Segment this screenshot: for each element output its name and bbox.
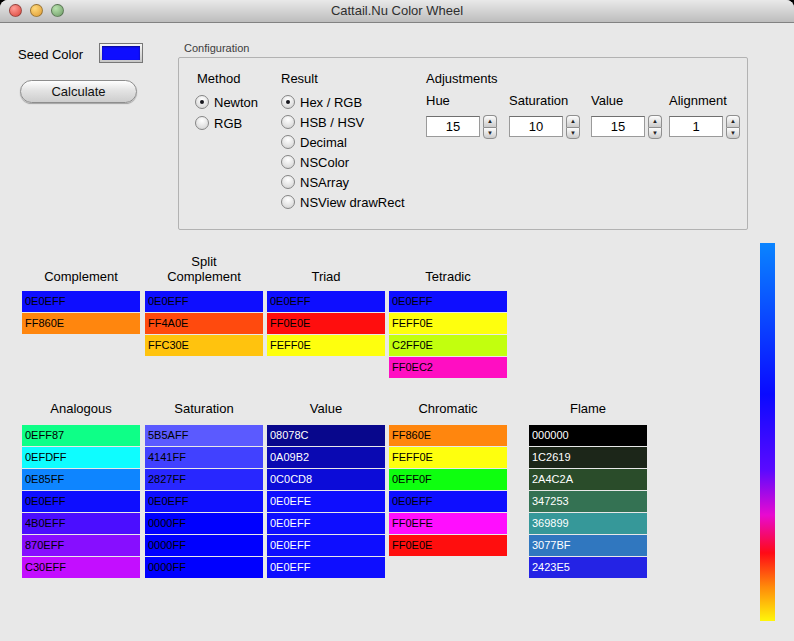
hue-stepper: ▲▼	[483, 115, 497, 139]
palette-group-title-text: Flame	[570, 401, 606, 416]
alignment-stepper-down-icon[interactable]: ▼	[726, 127, 740, 139]
color-swatch: FFC30E	[145, 335, 263, 356]
method-column-label: Method	[197, 71, 240, 86]
radio-label: HSB / HSV	[300, 115, 364, 130]
color-swatch: 2A4C2A	[529, 469, 647, 490]
radio-label: Decimal	[300, 135, 347, 150]
title-bar[interactable]: Cattail.Nu Color Wheel	[0, 0, 794, 23]
color-swatch: 1C2619	[529, 447, 647, 468]
palette-group-title-text: Split Complement	[158, 254, 250, 284]
color-swatch: 0E0EFF	[22, 291, 140, 312]
color-swatch: C2FF0E	[389, 335, 507, 356]
color-swatch: 0E0EFF	[267, 535, 385, 556]
color-swatch: 0E0EFF	[145, 291, 263, 312]
seed-color-label: Seed Color	[18, 47, 83, 62]
color-swatch: 870EFF	[22, 535, 140, 556]
alignment-label: Alignment	[669, 93, 727, 108]
color-swatch: 0E0EFF	[267, 291, 385, 312]
color-swatch: 0E85FF	[22, 469, 140, 490]
color-swatch: FEFF0E	[389, 447, 507, 468]
value-input[interactable]	[591, 116, 645, 137]
value-stepper: ▲▼	[648, 115, 662, 139]
palette-group-triad: Triad0E0EFFFF0E0EFEFF0E	[267, 250, 385, 357]
color-swatch: 000000	[529, 425, 647, 446]
color-swatch: 5B5AFF	[145, 425, 263, 446]
color-swatch: 4141FF	[145, 447, 263, 468]
radio-result-decimal[interactable]: Decimal	[281, 134, 405, 150]
radio-result-nscolor[interactable]: NSColor	[281, 154, 405, 170]
color-swatch: FF0E0E	[389, 535, 507, 556]
radio-method-rgb[interactable]: RGB	[195, 115, 258, 131]
radio-label: Newton	[214, 95, 258, 110]
palette-group-title: Saturation	[145, 392, 263, 416]
radio-icon	[281, 195, 295, 209]
adjustments-column-label: Adjustments	[426, 71, 498, 86]
color-swatch: FF0EC2	[389, 357, 507, 378]
color-swatch: 0E0EFE	[267, 491, 385, 512]
color-swatch: FF0E0E	[267, 313, 385, 334]
alignment-input[interactable]	[669, 116, 723, 137]
radio-result-hsb-hsv[interactable]: HSB / HSV	[281, 114, 405, 130]
color-swatch: 0EFF0F	[389, 469, 507, 490]
radio-result-hex-rgb[interactable]: Hex / RGB	[281, 94, 405, 110]
calculate-button[interactable]: Calculate	[20, 80, 137, 103]
color-swatch: 0E0EFF	[267, 513, 385, 534]
value-label: Value	[591, 93, 623, 108]
hue-input[interactable]	[426, 116, 480, 137]
color-swatch: 2423E5	[529, 557, 647, 578]
saturation-input[interactable]	[509, 116, 563, 137]
color-swatch: 347253	[529, 491, 647, 512]
radio-icon	[281, 155, 295, 169]
configuration-group: Configuration Method NewtonRGB Result He…	[178, 57, 748, 230]
radio-icon	[195, 116, 209, 130]
seed-color-swatch	[102, 46, 140, 60]
radio-icon	[281, 135, 295, 149]
palette-group-title: Flame	[529, 392, 647, 416]
palette-group-title: Complement	[22, 250, 140, 284]
radio-result-nsview-drawrect[interactable]: NSView drawRect	[281, 194, 405, 210]
palette-group-saturation: Saturation5B5AFF4141FF2827FF0E0EFF0000FF…	[145, 392, 263, 579]
radio-icon	[281, 115, 295, 129]
result-column-label: Result	[281, 71, 318, 86]
color-swatch: FF0EFE	[389, 513, 507, 534]
palette-group-title: Triad	[267, 250, 385, 284]
palette-group-complement: Complement0E0EFFFF860E	[22, 250, 140, 335]
value-stepper-down-icon[interactable]: ▼	[648, 127, 662, 139]
color-swatch: 3077BF	[529, 535, 647, 556]
value-stepper-up-icon[interactable]: ▲	[648, 115, 662, 127]
radio-result-nsarray[interactable]: NSArray	[281, 174, 405, 190]
radio-icon	[281, 175, 295, 189]
radio-label: NSView drawRect	[300, 195, 405, 210]
hue-label: Hue	[426, 93, 450, 108]
saturation-stepper-down-icon[interactable]: ▼	[566, 127, 580, 139]
palette-group-value: Value08078C0A09B20C0CD80E0EFE0E0EFF0E0EF…	[267, 392, 385, 579]
app-window: Cattail.Nu Color Wheel Seed Color Calcul…	[0, 0, 794, 641]
window-title: Cattail.Nu Color Wheel	[0, 0, 794, 22]
palette-group-title: Split Complement	[145, 250, 263, 284]
radio-method-newton[interactable]: Newton	[195, 94, 258, 110]
color-swatch: 0E0EFF	[22, 491, 140, 512]
hue-stepper-down-icon[interactable]: ▼	[483, 127, 497, 139]
color-swatch: FF860E	[22, 313, 140, 334]
color-swatch: 0E0EFF	[267, 557, 385, 578]
radio-label: RGB	[214, 116, 242, 131]
seed-color-well[interactable]	[99, 43, 143, 63]
alignment-stepper-up-icon[interactable]: ▲	[726, 115, 740, 127]
palette-group-title-text: Tetradic	[425, 269, 471, 284]
color-swatch: 0000FF	[145, 557, 263, 578]
radio-selected-icon	[281, 95, 295, 109]
saturation-label: Saturation	[509, 93, 568, 108]
window-content: Seed Color Calculate Configuration Metho…	[0, 23, 794, 641]
color-swatch: FF860E	[389, 425, 507, 446]
palette-group-tetradic: Tetradic0E0EFFFEFF0EC2FF0EFF0EC2	[389, 250, 507, 379]
palette-group-flame: Flame0000001C26192A4C2A3472533698993077B…	[529, 392, 647, 579]
color-gradient-bar	[760, 243, 775, 621]
palette-group-title: Value	[267, 392, 385, 416]
saturation-stepper-up-icon[interactable]: ▲	[566, 115, 580, 127]
color-swatch: 369899	[529, 513, 647, 534]
palette-group-title: Chromatic	[389, 392, 507, 416]
color-swatch: 0E0EFF	[145, 491, 263, 512]
hue-stepper-up-icon[interactable]: ▲	[483, 115, 497, 127]
color-swatch: 0E0EFF	[389, 491, 507, 512]
radio-label: NSArray	[300, 175, 349, 190]
